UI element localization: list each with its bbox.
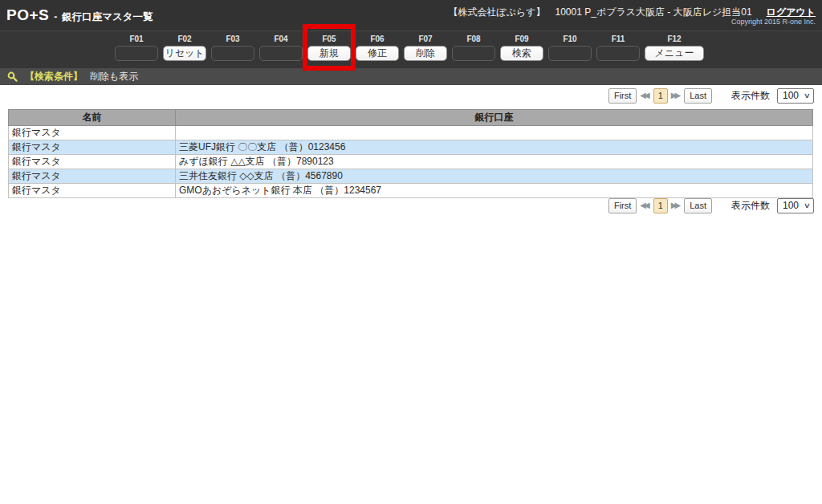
last-page-button[interactable]: Last [684,88,712,104]
fkey-button-f07-delete[interactable]: 削除 [404,46,447,61]
page-size-value: 100 [783,200,799,211]
fkey-button-f01 [115,46,158,61]
fkey-button-f08 [452,46,495,61]
cell-bank-account: GMOあおぞらネット銀行 本店 （普）1234567 [176,184,813,198]
cell-bank-account: 三菱UFJ銀行 〇〇支店 （普）0123456 [176,140,813,155]
column-header-bank-account: 銀行口座 [176,110,813,126]
title-bar: PO+S - 銀行口座マスタ一覧 【株式会社ぽぷらす】 10001 P_ポプラス… [0,0,822,30]
current-page-number[interactable]: 1 [653,88,668,104]
fkey-label-f04: F04 [259,35,303,45]
fkey-slot-f12: F12 メニュー [645,31,704,61]
column-header-name: 名前 [9,110,176,126]
chevron-down-icon: ∨ [804,91,811,100]
fkey-button-f09-search[interactable]: 検索 [500,46,543,61]
search-condition-value: 削除も表示 [90,70,138,83]
cell-name: 銀行マスタ [9,169,176,184]
first-page-button[interactable]: First [608,198,637,213]
pagination-bottom: First ◀◀ 1 ▶▶ Last 表示件数 100 ∨ [608,197,814,213]
fkey-label-f11: F11 [596,35,640,45]
title-separator: - [54,11,57,22]
fkey-slot-f01: F01 [115,31,158,61]
cell-bank-account [176,126,813,140]
fkey-slot-f04: F04 [259,31,303,61]
title-wrap: PO+S - 銀行口座マスタ一覧 [6,6,153,24]
current-page-number[interactable]: 1 [653,198,668,213]
prev-page-icon[interactable]: ◀◀ [640,198,649,213]
page-title: 銀行口座マスタ一覧 [62,10,153,24]
table-header-row: 名前 銀行口座 [9,110,813,126]
page-size-select[interactable]: 100 ∨ [777,88,814,104]
fkey-button-f04 [259,46,303,61]
fkey-slot-f06: F06 修正 [356,31,399,61]
cell-name: 銀行マスタ [9,140,176,155]
chevron-down-icon: ∨ [804,201,811,209]
fkey-label-f03: F03 [211,35,254,45]
fkey-button-f11 [596,46,640,61]
cell-bank-account: みずほ銀行 △△支店 （普）7890123 [176,155,813,169]
fkey-slot-f08: F08 [452,31,495,61]
fkey-slot-f11: F11 [596,31,640,61]
search-condition-label: 【検索条件】 [25,70,83,83]
search-condition-bar: 【検索条件】 削除も表示 [0,68,822,85]
page-size-label: 表示件数 [731,89,770,103]
fkey-label-f09: F09 [500,35,543,45]
table-row[interactable]: 銀行マスタ 三井住友銀行 ◇◇支店 （普）4567890 [9,169,813,184]
company-session-info: 【株式会社ぽぷらす】 10001 P_ポプラス大阪店 - 大阪店レジ担当01 [448,6,751,19]
fkey-slot-f07: F07 削除 [404,31,447,61]
fkey-button-f12-menu[interactable]: メニュー [645,46,704,61]
cell-name: 銀行マスタ [9,184,176,198]
search-icon [7,71,18,82]
prev-page-icon[interactable]: ◀◀ [640,88,649,103]
page-size-value: 100 [783,90,799,101]
app-window: PO+S - 銀行口座マスタ一覧 【株式会社ぽぷらす】 10001 P_ポプラス… [0,0,822,504]
fkey-button-f03 [211,46,254,61]
fkey-button-f02-reset[interactable]: リセット [163,46,206,61]
fkey-slot-f02: F02 リセット [163,31,206,61]
page-size-select[interactable]: 100 ∨ [777,198,814,213]
fkey-label-f12: F12 [645,35,704,45]
fkey-slot-f09: F09 検索 [500,31,543,61]
next-page-icon[interactable]: ▶▶ [671,198,681,213]
bank-account-table: 名前 銀行口座 銀行マスタ 銀行マスタ 三菱UFJ銀行 〇〇支店 （普）0123… [8,109,813,198]
fkey-button-f05-new[interactable]: 新規 [307,46,351,61]
cell-bank-account: 三井住友銀行 ◇◇支店 （普）4567890 [176,169,813,184]
fkey-button-f06-edit[interactable]: 修正 [356,46,399,61]
fkey-slot-f05: F05 新規 [307,31,351,61]
first-page-button[interactable]: First [608,88,637,104]
fkey-label-f05: F05 [307,35,351,45]
fkey-label-f02: F02 [163,35,206,45]
fkey-label-f01: F01 [115,35,158,45]
fkey-label-f10: F10 [548,35,592,45]
pagination-top: First ◀◀ 1 ▶▶ Last 表示件数 100 ∨ [608,87,814,104]
fkey-label-f06: F06 [356,35,399,45]
next-page-icon[interactable]: ▶▶ [671,88,681,103]
table-row[interactable]: 銀行マスタ [9,126,813,140]
fkey-button-f10 [548,46,592,61]
cell-name: 銀行マスタ [9,155,176,169]
app-logo: PO+S [6,6,49,24]
page-size-label: 表示件数 [731,199,770,213]
function-key-toolbar: F01 F02 リセット F03 F04 F05 新規 F06 修正 F07 削… [0,30,822,68]
cell-name: 銀行マスタ [9,126,176,140]
fkey-slot-f10: F10 [548,31,592,61]
fkey-label-f07: F07 [404,35,447,45]
fkey-label-f08: F08 [452,35,495,45]
last-page-button[interactable]: Last [684,198,712,213]
table-row[interactable]: 銀行マスタ GMOあおぞらネット銀行 本店 （普）1234567 [9,184,813,198]
table-row[interactable]: 銀行マスタ みずほ銀行 △△支店 （普）7890123 [9,155,813,169]
fkey-slot-f03: F03 [211,31,254,61]
table-row[interactable]: 銀行マスタ 三菱UFJ銀行 〇〇支店 （普）0123456 [9,140,813,155]
copyright-text: Copyright 2015 R-one Inc. [731,18,816,26]
